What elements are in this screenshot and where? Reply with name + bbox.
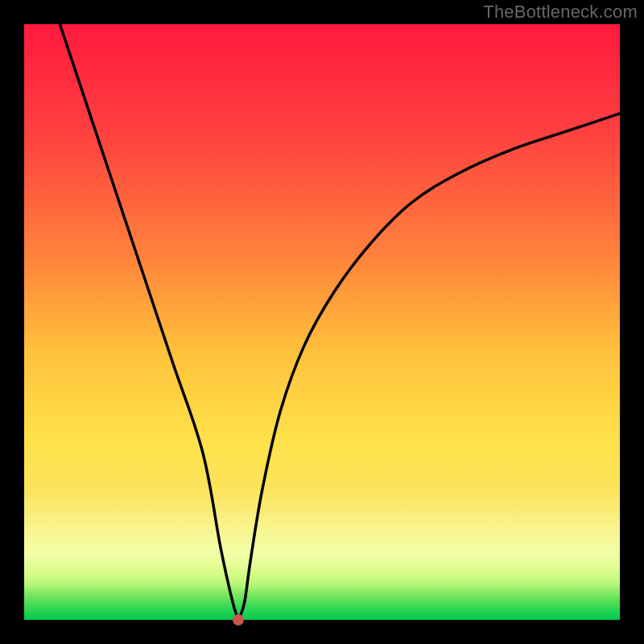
chart-frame: TheBottleneck.com [0,0,644,644]
curve-right-branch [238,114,620,620]
minimum-marker [233,614,244,625]
watermark-text: TheBottleneck.com [483,2,638,23]
curve-svg [24,24,620,620]
curve-left-branch [60,24,238,620]
plot-area [24,24,620,620]
